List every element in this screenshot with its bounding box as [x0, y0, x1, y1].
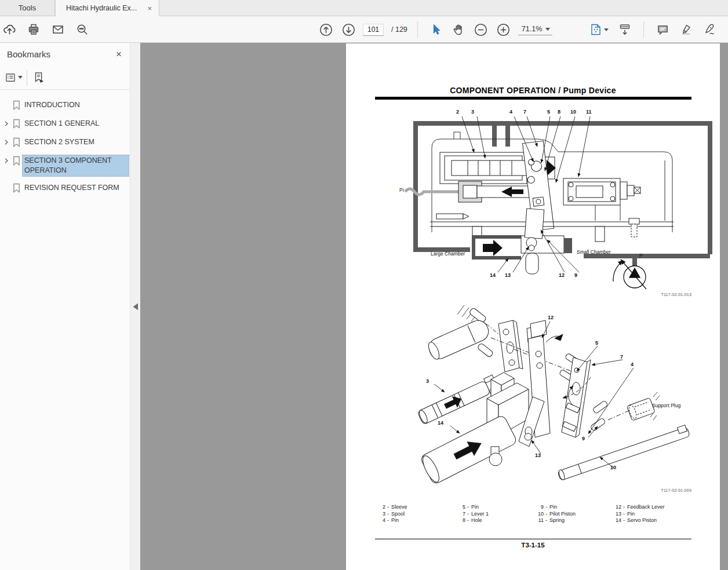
zoom-out-icon[interactable] — [473, 21, 489, 38]
parts-list-entry: 5-Pin — [458, 504, 536, 511]
parts-list-entry: 2-Sleeve — [378, 504, 458, 511]
bookmarks-header: Bookmarks × — [0, 43, 130, 65]
figure-callout: 10 — [570, 109, 576, 115]
page-number-label: T3-1-15 — [346, 542, 720, 549]
bookmark-icon — [11, 100, 22, 110]
tab-tools[interactable]: Tools — [0, 0, 55, 16]
chevron-right-icon[interactable] — [1, 156, 11, 166]
acrobat-window: Tools Hitachi Hydraulic Ex... × — [0, 0, 728, 570]
scrolling-mode-icon[interactable] — [617, 21, 633, 38]
print-icon[interactable] — [26, 21, 42, 38]
zoom-in-icon[interactable] — [496, 21, 512, 38]
figure-callout: 2 — [456, 109, 459, 115]
bookmark-icon — [11, 156, 22, 166]
caret-down-icon — [604, 28, 609, 31]
bookmarks-close-icon[interactable]: × — [116, 49, 122, 59]
hand-tool-icon[interactable] — [450, 21, 467, 38]
figure-callout: 14 — [490, 272, 496, 278]
figure-callout: 10 — [610, 465, 616, 470]
figure-callout: 4 — [509, 109, 512, 115]
figure-callout: 12 — [548, 315, 554, 320]
figure-callout: 5 — [595, 340, 598, 346]
bookmark-item[interactable]: REVISION REQUEST FORM — [1, 182, 129, 195]
comment-icon[interactable] — [654, 21, 671, 38]
parts-list-entry: 12-Feedback Lever — [614, 504, 694, 511]
zoom-level-dropdown[interactable]: 71.1% — [518, 24, 552, 35]
bookmark-item[interactable]: SECTION 3 COMPONENT OPERATION — [1, 155, 129, 176]
page-title: COMPONENT OPERATION / Pump Device — [346, 86, 720, 95]
bookmarks-title: Bookmarks — [7, 49, 50, 59]
parts-list: 2-Sleeve3-Spool4-Pin5-Pin7-Lever 18-Hole… — [378, 504, 694, 524]
toolbar-divider — [643, 21, 644, 38]
chevron-right-icon[interactable] — [1, 137, 11, 147]
bookmark-item[interactable]: SECTION 1 GENERAL — [1, 118, 129, 130]
bookmarks-panel: Bookmarks × INTRODUCTIONSECTI — [0, 43, 130, 570]
figure-callout: Support Plug — [652, 403, 680, 408]
figure-callout: 7 — [523, 109, 526, 115]
fit-page-dropdown[interactable] — [588, 21, 610, 38]
marquee-zoom-icon[interactable] — [74, 21, 90, 38]
share-upload-icon[interactable] — [1, 21, 17, 38]
bookmark-label: SECTION 3 COMPONENT OPERATION — [23, 155, 129, 176]
document-scroll-area[interactable]: COMPONENT OPERATION / Pump Device — [140, 43, 728, 570]
figure-callout: P — [639, 253, 643, 258]
bookmark-label: SECTION 2 SYSTEM — [23, 137, 96, 148]
parts-list-entry: 3-Spool — [378, 511, 458, 518]
parts-list-column: 9-Pin10-Pilot Piston11-Spring — [536, 504, 614, 524]
figure-callout: 8 — [558, 109, 560, 115]
bookmark-options-icon[interactable] — [3, 70, 23, 86]
new-bookmark-icon[interactable] — [31, 70, 47, 86]
figure2-id: T117-02-01-009 — [595, 488, 691, 492]
select-tool-icon[interactable] — [428, 21, 444, 38]
chevron-right-icon[interactable] — [1, 119, 11, 129]
figure-callout: 9 — [574, 272, 577, 278]
bookmark-icon — [11, 137, 22, 147]
figure-callout: 12 — [559, 272, 565, 278]
bookmark-label: INTRODUCTION — [23, 100, 82, 111]
figure1-callouts: 2347581011PiLarge ChamberSmall Chamber14… — [398, 106, 718, 305]
parts-list-entry: 7-Lever 1 — [458, 511, 536, 518]
page-count-label: / 129 — [391, 25, 407, 34]
tab-document-label: Hitachi Hydraulic Ex... — [66, 4, 137, 12]
figure1-id: T117-02-01-013 — [595, 293, 691, 297]
figure-callout: Pi — [399, 187, 404, 193]
chevron-right-icon — [1, 183, 11, 193]
pdf-page: COMPONENT OPERATION / Pump Device — [346, 43, 720, 570]
bookmarks-toolbar — [0, 65, 130, 90]
toolbar-center-group: / 129 — [318, 21, 552, 38]
figure-callout: Large Chamber — [431, 251, 465, 257]
figure-callout: 3 — [426, 378, 429, 384]
parts-list-entry: 4-Pin — [378, 517, 458, 524]
email-icon[interactable] — [50, 21, 66, 38]
next-page-icon[interactable] — [340, 21, 356, 38]
previous-page-icon[interactable] — [318, 21, 334, 38]
figure-callout: 7 — [620, 354, 623, 360]
parts-list-entry: 11-Spring — [536, 517, 614, 524]
figure-callout: 5 — [547, 109, 550, 115]
tab-document[interactable]: Hitachi Hydraulic Ex... × — [55, 0, 159, 16]
tab-bar: Tools Hitachi Hydraulic Ex... × — [0, 0, 728, 16]
zoom-level-value: 71.1% — [522, 25, 542, 33]
toolbar-right-group — [588, 21, 717, 38]
parts-list-column: 12-Feedback Lever13-Pin14-Servo Piston — [614, 504, 694, 524]
panel-splitter[interactable] — [130, 43, 140, 570]
page-number-input[interactable] — [363, 24, 384, 36]
pump-exploded-figure: 1257431413910Support Plug — [404, 303, 694, 500]
parts-list-entry: 8-Hole — [458, 517, 536, 524]
fill-sign-pen-icon[interactable] — [701, 21, 717, 38]
tab-close-icon[interactable]: × — [146, 5, 153, 12]
figure-callout: 13 — [535, 452, 541, 458]
caret-down-icon — [18, 76, 23, 79]
bookmark-item[interactable]: INTRODUCTION — [1, 100, 129, 112]
bookmark-list: INTRODUCTIONSECTION 1 GENERALSECTION 2 S… — [1, 90, 129, 201]
parts-list-entry: 9-Pin — [536, 504, 614, 511]
chevron-right-icon — [1, 100, 11, 110]
bookmark-item[interactable]: SECTION 2 SYSTEM — [1, 137, 129, 149]
toolbar-left-group — [1, 21, 90, 38]
highlighter-icon[interactable] — [678, 21, 694, 38]
figure-callout: Small Chamber — [577, 249, 611, 255]
figure-callout: 13 — [505, 272, 511, 278]
collapse-panel-icon[interactable] — [133, 302, 138, 313]
figure-callout: 14 — [438, 420, 443, 426]
parts-list-column: 5-Pin7-Lever 18-Hole — [458, 504, 536, 524]
